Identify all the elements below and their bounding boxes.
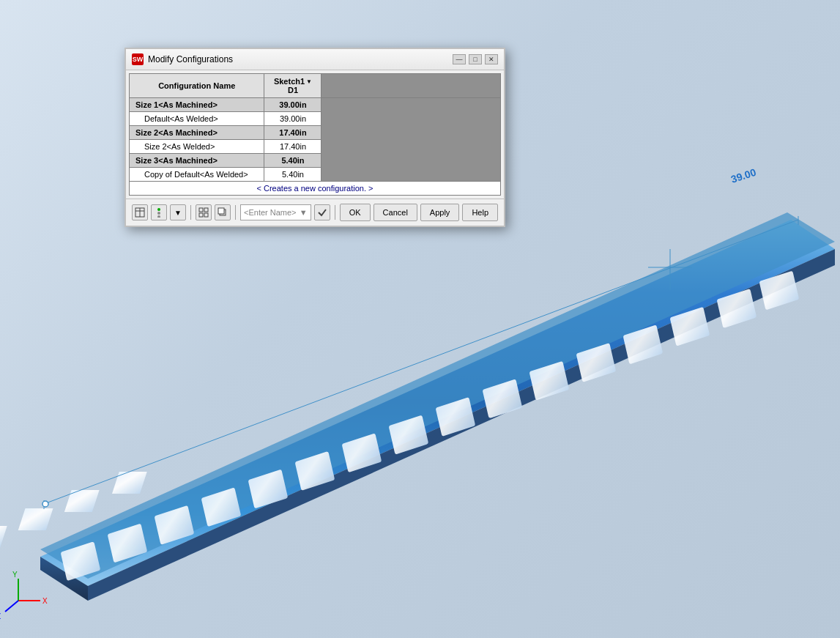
config-name-cell: Default<As Welded> [130, 112, 264, 126]
display-area [321, 98, 501, 182]
toolbar-separator-1 [190, 205, 191, 220]
checkmark-icon-button[interactable] [314, 204, 330, 220]
copy-icon [218, 207, 228, 218]
svg-rect-46 [199, 213, 203, 217]
svg-rect-47 [204, 213, 208, 217]
config-value-cell[interactable]: 39.00in [264, 98, 321, 112]
dialog-title: Modify Configurations [148, 54, 448, 64]
apply-button[interactable]: Apply [420, 204, 460, 221]
config-toggle-icon [154, 207, 164, 218]
config-value-cell[interactable]: 5.40in [264, 154, 321, 168]
help-button[interactable]: Help [462, 204, 498, 221]
dialog-titlebar[interactable]: SW Modify Configurations — □ ✕ [126, 49, 504, 70]
toolbar-separator-3 [335, 205, 335, 220]
sketch-dropdown-arrow: ▼ [306, 78, 312, 85]
table-row[interactable]: Size 1<As Machined> 39.00in [130, 98, 501, 112]
config-value-cell[interactable]: 17.40in [264, 140, 321, 154]
config-name-cell: Size 2<As Welded> [130, 140, 264, 154]
table-icon [135, 207, 145, 218]
col-header-name: Configuration Name [130, 74, 264, 98]
svg-point-43 [157, 215, 160, 218]
checkmark-icon [317, 207, 327, 218]
dialog-table-area: Configuration Name Sketch1 ▼ D1 Size 1<A… [126, 70, 504, 199]
toolbar-separator-2 [235, 205, 236, 220]
grid-icon [198, 207, 209, 218]
config-value-cell[interactable]: 5.40in [264, 168, 321, 182]
config-value-cell[interactable]: 39.00in [264, 112, 321, 126]
svg-rect-49 [218, 208, 224, 214]
cancel-button[interactable]: Cancel [373, 204, 417, 221]
dropdown-chevron-icon: ▼ [300, 208, 308, 217]
grid-icon-button[interactable] [196, 204, 212, 220]
config-value-cell[interactable]: 17.40in [264, 126, 321, 140]
copy-icon-button[interactable] [215, 204, 231, 220]
modify-configurations-dialog: SW Modify Configurations — □ ✕ Configura… [124, 48, 505, 227]
ok-button[interactable]: OK [340, 204, 371, 221]
window-controls: — □ ✕ [453, 54, 498, 64]
config-name-cell: Copy of Default<As Welded> [130, 168, 264, 182]
svg-rect-45 [204, 208, 208, 212]
svg-point-41 [157, 208, 160, 211]
col-header-sketch[interactable]: Sketch1 ▼ D1 [264, 74, 321, 98]
display-header [321, 74, 501, 98]
traffic-light-icon-button[interactable] [151, 204, 167, 220]
close-button[interactable]: ✕ [485, 54, 498, 64]
dialog-toolbar: ▼ <Enter Name> ▼ [126, 199, 504, 226]
configurations-table: Configuration Name Sketch1 ▼ D1 Size 1<A… [129, 73, 501, 196]
app-icon: SW [132, 53, 144, 65]
config-name-cell: Size 2<As Machined> [130, 126, 264, 140]
enter-name-dropdown[interactable]: <Enter Name> ▼ [240, 204, 311, 220]
creates-new-row[interactable]: < Creates a new configuration. > [130, 182, 501, 196]
minimize-button[interactable]: — [453, 54, 466, 64]
dropdown-arrow-button[interactable]: ▼ [170, 204, 186, 220]
svg-rect-44 [199, 208, 203, 212]
config-name-cell: Size 1<As Machined> [130, 98, 264, 112]
maximize-button[interactable]: □ [469, 54, 482, 64]
table-icon-button[interactable] [132, 204, 148, 220]
config-name-cell: Size 3<As Machined> [130, 154, 264, 168]
svg-point-42 [157, 212, 160, 215]
